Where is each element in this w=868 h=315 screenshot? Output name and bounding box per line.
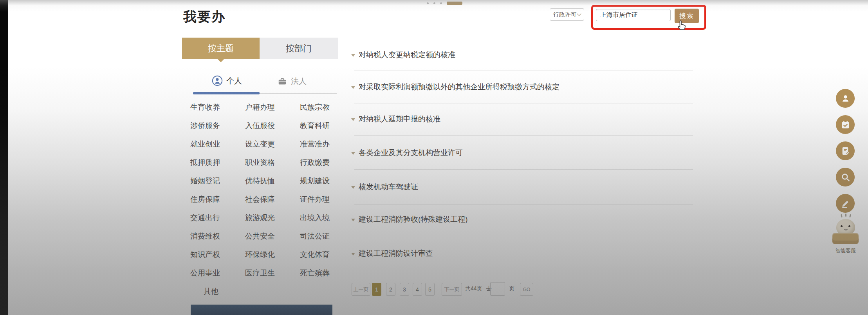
- float-edit-button[interactable]: [836, 194, 855, 213]
- calendar-check-icon: [840, 119, 851, 130]
- category-link[interactable]: 出境入境: [300, 208, 344, 227]
- service-item[interactable]: 对纳税人延期申报的核准: [351, 114, 440, 124]
- service-item[interactable]: 核发机动车驾驶证: [351, 182, 418, 192]
- subtab-legal-label: 法人: [291, 76, 307, 87]
- category-link[interactable]: 公用事业: [190, 264, 245, 282]
- category-link[interactable]: 文化体育: [300, 245, 344, 264]
- pagination-page-1[interactable]: 1: [372, 283, 381, 296]
- service-item-label: 对纳税人变更纳税定额的核准: [359, 50, 455, 60]
- carousel-dot[interactable]: [433, 2, 435, 4]
- pencil-icon: [840, 198, 851, 209]
- category-link[interactable]: 死亡殡葬: [300, 264, 344, 282]
- pagination-page-4[interactable]: 4: [413, 283, 422, 296]
- service-item-label: 建设工程消防验收(特殊建设工程): [359, 214, 468, 224]
- category-link[interactable]: 民族宗教: [300, 98, 344, 116]
- pagination-page-3[interactable]: 3: [400, 283, 409, 296]
- category-link[interactable]: 设立变更: [245, 135, 300, 153]
- category-link[interactable]: 社会保障: [245, 190, 300, 208]
- service-item[interactable]: 各类企业及其分支机构营业许可: [351, 148, 463, 158]
- search-icon: [840, 172, 851, 183]
- person-circle-icon: [212, 75, 223, 86]
- service-item[interactable]: 对采取实际利润额预缴以外的其他企业所得税预缴方式的核定: [351, 82, 559, 92]
- pagination-prev-button[interactable]: 上一页: [352, 283, 370, 296]
- category-link[interactable]: 环保绿化: [245, 245, 300, 264]
- pagination-next-button[interactable]: 下一页: [442, 283, 462, 296]
- caret-down-icon: [351, 54, 355, 57]
- briefcase-icon: [277, 76, 287, 87]
- service-item-label: 对纳税人延期申报的核准: [359, 114, 440, 124]
- list-divider: [354, 236, 693, 236]
- category-link[interactable]: 行政缴费: [300, 153, 344, 172]
- category-link[interactable]: 交通出行: [190, 208, 245, 227]
- letterbox-left: [0, 0, 8, 315]
- category-link[interactable]: 消费维权: [190, 227, 245, 245]
- chevron-down-icon: [577, 11, 581, 16]
- pagination-page-5[interactable]: 5: [425, 283, 435, 296]
- tab-by-department-label: 按部门: [286, 43, 312, 54]
- category-link[interactable]: 婚姻登记: [190, 172, 245, 190]
- mascot-eye: [848, 225, 850, 227]
- list-divider: [354, 169, 693, 170]
- category-link[interactable]: 旅游观光: [245, 208, 300, 227]
- promo-banner[interactable]: [191, 304, 332, 315]
- pagination-goto-input[interactable]: [490, 282, 505, 296]
- category-link[interactable]: 规划建设: [300, 172, 344, 190]
- carousel-indicator: [427, 1, 462, 5]
- list-divider: [354, 71, 693, 71]
- category-link[interactable]: 入伍服役: [245, 116, 300, 135]
- service-item[interactable]: 对纳税人变更纳税定额的核准: [351, 50, 455, 60]
- category-link[interactable]: 抵押质押: [190, 153, 245, 172]
- carousel-dot[interactable]: [427, 2, 429, 4]
- caret-down-icon: [351, 152, 355, 155]
- category-link[interactable]: 涉侨服务: [190, 116, 245, 135]
- category-link[interactable]: 生育收养: [190, 98, 245, 116]
- category-link[interactable]: 住房保障: [190, 190, 245, 208]
- category-grid: 生育收养 户籍办理 民族宗教 涉侨服务 入伍服役 教育科研 就业创业 设立变更 …: [190, 98, 344, 301]
- mascot-mouth: [844, 228, 848, 230]
- pagination-go-button[interactable]: GO: [520, 283, 533, 296]
- category-link[interactable]: 其他: [190, 282, 245, 301]
- category-link[interactable]: 知识产权: [190, 245, 245, 264]
- search-category-dropdown[interactable]: 行政许可: [550, 8, 584, 21]
- category-link[interactable]: 证件办理: [300, 190, 344, 208]
- category-link[interactable]: 教育科研: [300, 116, 344, 135]
- float-search-button[interactable]: [836, 168, 855, 186]
- pagination-total: 共44页: [465, 285, 482, 292]
- caret-down-icon: [351, 186, 355, 189]
- service-item[interactable]: 建设工程消防验收(特殊建设工程): [351, 215, 468, 224]
- category-link[interactable]: 就业创业: [190, 135, 245, 153]
- mascot-basket: [832, 233, 859, 244]
- category-link[interactable]: 医疗卫生: [245, 264, 300, 282]
- caret-down-icon: [351, 253, 355, 255]
- subtab-personal[interactable]: 个人: [212, 75, 242, 86]
- page-title: 我要办: [183, 8, 226, 26]
- caret-down-icon: [351, 219, 355, 221]
- pagination-page-2[interactable]: 2: [386, 283, 395, 296]
- caret-down-icon: [351, 86, 355, 89]
- carousel-dot[interactable]: [440, 2, 442, 4]
- service-item[interactable]: 建设工程消防设计审查: [351, 249, 433, 258]
- caret-down-icon: [351, 118, 355, 121]
- float-appointment-button[interactable]: [836, 115, 855, 134]
- float-user-button[interactable]: [836, 89, 855, 108]
- category-link[interactable]: 优待抚恤: [245, 172, 300, 190]
- tab-by-theme[interactable]: 按主题: [182, 38, 260, 59]
- category-link[interactable]: 准营准办: [300, 135, 344, 153]
- carousel-active-bar[interactable]: [447, 2, 462, 5]
- service-item-label: 各类企业及其分支机构营业许可: [359, 148, 463, 158]
- search-button[interactable]: 搜索: [675, 9, 699, 23]
- active-subtab-underline: [193, 92, 260, 94]
- list-divider: [354, 205, 693, 205]
- category-link[interactable]: 职业资格: [245, 153, 300, 172]
- tab-by-theme-label: 按主题: [208, 43, 234, 54]
- subtab-personal-label: 个人: [226, 76, 242, 86]
- category-link[interactable]: 公共安全: [245, 227, 300, 245]
- steam-icon: [849, 214, 851, 217]
- pagination-page-unit: 页: [509, 285, 514, 292]
- float-form-button[interactable]: [836, 141, 855, 160]
- tab-by-department[interactable]: 按部门: [260, 38, 338, 59]
- search-input[interactable]: [596, 9, 671, 21]
- subtab-legal-person[interactable]: 法人: [277, 76, 307, 87]
- category-link[interactable]: 户籍办理: [245, 98, 300, 116]
- category-link[interactable]: 司法公证: [300, 227, 344, 245]
